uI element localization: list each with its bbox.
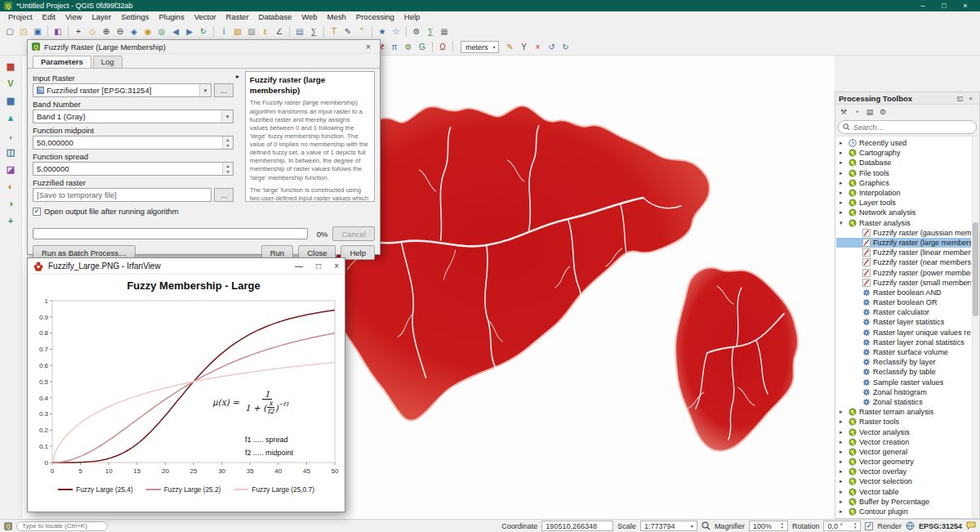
toolbox-item-buffer-by-percentage[interactable]: ▸Buffer by Percentage [836,497,971,507]
select-features-icon[interactable]: ▧ [231,25,244,38]
add-mesh-layer-icon[interactable]: ▲ [3,110,18,125]
scrollbar-thumb[interactable] [973,222,978,316]
toolbox-history-icon[interactable]: ◔ [851,106,862,118]
toolbox-item-recently-used[interactable]: ▸Recently used [836,138,971,148]
grass-tools-icon[interactable]: G [416,41,429,54]
tab-log[interactable]: Log [93,56,122,68]
toolbox-item-raster-layer-statistics[interactable]: Raster layer statistics [836,317,971,327]
toolbox-item-vector-overlay[interactable]: ▸Vector overlay [836,467,971,476]
toolbox-item-raster-boolean-or[interactable]: Raster boolean OR [836,297,971,307]
toolbox-item-reclassify-by-layer[interactable]: Reclassify by layer [836,357,971,367]
input-raster-combobox[interactable]: Fuzzified raster [EPSG:31254] ▼ [33,83,212,97]
annotations-icon[interactable]: ✎ [341,25,354,38]
toolbox-models-icon[interactable]: ⚒ [838,106,849,118]
add-delimited-text-layer-icon[interactable]: , [3,127,18,142]
toolbox-item-vector-geometry[interactable]: ▸Vector geometry [836,457,971,467]
data-source-manager-icon[interactable]: ▦ [3,59,18,74]
zoom-in-icon[interactable]: ⊕ [100,25,113,38]
toolbox-item-zonal-statistics[interactable]: Zonal statistics [836,397,971,407]
open-project-icon[interactable]: ◳ [17,25,30,38]
toolbox-item-raster-tools[interactable]: ▸Raster tools [836,417,971,427]
toolbox-item-fuzzify-raster-small-membership[interactable]: Fuzzify raster (small membership) [836,278,971,288]
identify-features-icon[interactable]: i [217,25,230,38]
zoom-out-icon[interactable]: ⊖ [114,25,127,38]
messages-icon[interactable] [966,521,976,530]
spinner-arrows-icon[interactable]: ▲▼ [222,136,233,149]
menu-processing[interactable]: Processing [351,11,399,23]
menu-mesh[interactable]: Mesh [323,11,351,23]
crs-button[interactable]: EPSG:31254 [919,522,962,530]
toolbox-item-fuzzify-raster-power-membership[interactable]: Fuzzify raster (power membership) [836,267,971,277]
processing-model-designer-icon[interactable]: ⚙ [402,41,415,54]
toolbox-item-network-analysis[interactable]: ▸Network analysis [836,208,971,217]
add-xyz-layer-icon[interactable]: + [3,213,18,228]
redo-icon[interactable]: ↻ [559,41,572,54]
toolbox-item-vector-general[interactable]: ▸Vector general [836,447,971,457]
menu-settings[interactable]: Settings [116,11,154,23]
select-by-expression-icon[interactable]: ε [259,25,272,38]
attributes-table-icon[interactable]: ▤ [293,25,306,38]
minimize-window-icon[interactable]: — [295,262,303,270]
labels-icon[interactable]: T [327,25,341,38]
close-dialog-icon[interactable]: × [361,40,376,53]
undo-icon[interactable]: ↺ [546,41,559,54]
band-combobox[interactable]: Band 1 (Gray) ▼ [33,110,234,123]
toolbox-item-vector-table[interactable]: ▸Vector table [836,487,971,497]
toolbox-item-raster-surface-volume[interactable]: Raster surface volume [836,347,971,357]
zoom-next-icon[interactable]: ▶ [183,25,196,38]
refresh-map-icon[interactable]: ↻ [197,25,210,38]
toolbox-search[interactable] [838,120,977,134]
menu-help[interactable]: Help [399,11,425,23]
toolbox-item-raster-boolean-and[interactable]: Raster boolean AND [836,288,971,297]
add-wms-layer-icon[interactable]: ◐ [3,179,18,194]
toolbox-item-vector-creation[interactable]: ▸Vector creation [836,437,971,447]
deselect-features-icon[interactable]: ▨ [245,25,258,38]
render-checkbox[interactable]: ✓ [865,522,873,530]
toolbox-item-fuzzify-raster-near-membership[interactable]: Fuzzify raster (near membership) [836,257,971,267]
locate-input[interactable] [16,521,108,531]
spinner-arrows-icon[interactable]: ▲▼ [222,163,233,175]
menu-edit[interactable]: Edit [38,11,60,23]
python-console-icon[interactable]: π [388,41,401,54]
add-vector-layer-icon[interactable]: V [3,76,18,91]
toolbox-item-sample-raster-values[interactable]: Sample raster values [836,378,971,387]
toolbox-item-fuzzify-raster-gaussian-membership[interactable]: Fuzzify raster (gaussian membership) [836,228,971,238]
close-panel-icon[interactable]: × [965,93,976,104]
toolbox-item-reclassify-by-table[interactable]: Reclassify by table [836,367,971,377]
measure-line-icon[interactable]: ∠ [273,25,286,38]
maximize-window-icon[interactable]: □ [933,0,955,11]
float-panel-icon[interactable]: ◱ [955,93,965,104]
spread-spinbox[interactable]: 5,000000 ▲▼ [33,162,234,176]
chevron-down-icon[interactable]: ▼ [221,110,233,123]
toolbox-item-zonal-histogram[interactable]: Zonal histogram [836,387,971,397]
delete-selected-icon[interactable]: × [532,41,545,54]
layout-manager-icon[interactable]: ▦ [438,25,451,38]
output-file-input[interactable] [37,190,211,199]
menu-vector[interactable]: Vector [189,11,221,23]
toolbox-item-fuzzify-raster-linear-membership[interactable]: Fuzzify raster (linear membership) [836,248,971,257]
help-button[interactable]: Help [341,245,375,260]
toolbox-options-icon[interactable]: ⚙ [877,106,889,118]
open-output-checkbox[interactable]: ✓ [33,208,41,216]
zoom-to-layer-icon[interactable]: ◎ [155,25,168,38]
cancel-button[interactable]: Cancel [332,226,375,241]
menu-layer[interactable]: Layer [87,11,116,23]
midpoint-spinbox[interactable]: 50,000000 ▲▼ [33,136,234,150]
browse-input-button[interactable]: … [214,83,234,97]
menu-raster[interactable]: Raster [221,11,254,23]
magnifier-box[interactable]: 100%▲▼ [749,521,788,531]
add-spatialite-layer-icon[interactable]: ◪ [3,162,18,177]
zoom-full-icon[interactable]: ◈ [127,25,140,38]
toolbox-item-fuzzify-raster-large-membership[interactable]: Fuzzify raster (large membership) [836,238,971,248]
rotation-box[interactable]: 0,0 °▲▼ [823,521,861,531]
collapse-help-icon[interactable]: ▸ [236,71,243,216]
toolbox-item-vector-selection[interactable]: ▸Vector selection [836,476,971,486]
show-bookmarks-icon[interactable]: ☆ [390,25,403,38]
toolbox-item-vector-analysis[interactable]: ▸Vector analysis [836,427,971,436]
pan-to-selection-icon[interactable]: ◇ [86,25,99,38]
style-manager-icon[interactable]: ◧ [51,25,65,38]
menu-project[interactable]: Project [3,11,38,23]
toolbox-item-raster-terrain-analysis[interactable]: ▸Raster terrain analysis [836,407,971,417]
toolbox-item-cartography[interactable]: ▸Cartography [836,148,971,158]
vertex-tool-icon[interactable]: Y [518,41,531,54]
